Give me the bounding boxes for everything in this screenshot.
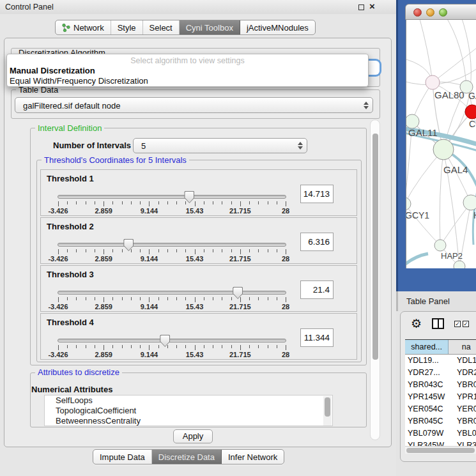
tick-mark bbox=[158, 249, 159, 252]
threshold-4-value-field[interactable]: 11.344 bbox=[300, 328, 334, 347]
network-node-node-b[interactable] bbox=[454, 261, 465, 268]
threshold-4-slider[interactable] bbox=[58, 339, 286, 342]
cell-shared-name[interactable]: YER054C bbox=[405, 403, 453, 415]
tab-infer-network[interactable]: Infer Network bbox=[222, 450, 284, 464]
tick-mark bbox=[158, 201, 159, 204]
table-hscrollbar[interactable] bbox=[405, 446, 476, 454]
attribute-list-item[interactable]: BetweennessCentrality bbox=[45, 416, 332, 426]
cell-name[interactable]: YBR0 bbox=[453, 379, 476, 391]
table-row[interactable]: YDL19...YDL1 bbox=[405, 355, 476, 367]
tab-impute-data[interactable]: Impute Data bbox=[93, 450, 152, 464]
tick-label: 15.43 bbox=[186, 351, 204, 358]
network-node-label-GAL11: GAL11 bbox=[408, 127, 438, 138]
tick-label: 15.43 bbox=[186, 207, 204, 215]
table-row[interactable]: YDR27...YDR2 bbox=[405, 367, 476, 379]
number-of-intervals-combobox[interactable]: 5 bbox=[133, 138, 307, 153]
cell-shared-name[interactable]: YBL079W bbox=[405, 427, 453, 440]
threshold-3-value-field[interactable]: 21.4 bbox=[300, 280, 334, 299]
network-edge-highlighted[interactable] bbox=[406, 254, 428, 266]
cell-name[interactable]: YPR1 bbox=[453, 391, 476, 403]
network-node-GAL4[interactable] bbox=[433, 139, 454, 160]
tab-cyni-toolbox[interactable]: Cyni Toolbox bbox=[180, 20, 240, 35]
tab-style[interactable]: Style bbox=[111, 20, 143, 35]
tick-mark bbox=[67, 297, 68, 300]
popup-option-manual-discretization[interactable]: Manual Discretization bbox=[10, 66, 95, 75]
main-scrollbar[interactable] bbox=[370, 119, 380, 440]
threshold-3-panel: Threshold 3 -3.4262.8599.14415.4321.7152… bbox=[40, 265, 357, 312]
columns-icon[interactable] bbox=[432, 318, 444, 329]
cell-name[interactable]: YBL0 bbox=[453, 427, 476, 440]
tick-mark bbox=[122, 249, 123, 252]
attribute-list-item[interactable]: TopologicalCoefficient bbox=[45, 406, 332, 416]
cell-shared-name[interactable]: YDR27... bbox=[405, 367, 453, 379]
table-data-combobox[interactable]: galFiltered.sif default node bbox=[15, 97, 373, 113]
gear-icon[interactable]: ⚙ bbox=[411, 318, 422, 330]
column-header-name[interactable]: na bbox=[449, 340, 476, 354]
cell-shared-name[interactable]: YBR043C bbox=[405, 379, 453, 391]
apply-button[interactable]: Apply bbox=[173, 429, 213, 443]
threshold-2-value-field[interactable]: 6.316 bbox=[300, 233, 334, 251]
tick-mark bbox=[222, 249, 222, 252]
network-node-red-node[interactable] bbox=[465, 105, 476, 119]
threshold-1-slider[interactable] bbox=[58, 195, 286, 199]
cell-shared-name[interactable]: YDL19... bbox=[405, 355, 453, 367]
tick-mark bbox=[167, 249, 168, 252]
numerical-attributes-label: Numerical Attributes bbox=[31, 385, 112, 394]
threshold-3-slider[interactable] bbox=[58, 291, 286, 295]
tab-select[interactable]: Select bbox=[143, 20, 180, 35]
threshold-1-value-field[interactable]: 14.713 bbox=[300, 185, 334, 203]
network-node-GCY1[interactable] bbox=[406, 197, 411, 210]
tick-mark bbox=[140, 201, 141, 204]
cell-shared-name[interactable]: YPR145W bbox=[405, 391, 453, 403]
main-scrollbar-thumb[interactable] bbox=[372, 134, 378, 360]
table-panel-titlebar[interactable]: Table Panel bbox=[396, 291, 476, 311]
network-node-label-GAL2: GA bbox=[468, 91, 476, 101]
cell-shared-name[interactable]: YBR045C bbox=[405, 415, 453, 427]
attributes-scrollbar-thumb[interactable] bbox=[325, 397, 330, 417]
tab-jactivemnodules[interactable]: jActiveMNodules bbox=[240, 20, 315, 35]
network-node-H-node[interactable] bbox=[463, 195, 476, 210]
tick-mark bbox=[158, 345, 159, 348]
numerical-attributes-list[interactable]: SelfLoopsTopologicalCoefficientBetweenne… bbox=[44, 395, 333, 426]
tick-mark bbox=[112, 201, 113, 204]
close-traffic-light[interactable] bbox=[413, 8, 422, 17]
cell-name[interactable]: YDR2 bbox=[453, 367, 476, 379]
minimize-traffic-light[interactable] bbox=[426, 8, 434, 17]
threshold-2-slider[interactable] bbox=[58, 243, 286, 247]
cell-name[interactable]: YBR0 bbox=[453, 415, 476, 427]
network-canvas[interactable]: GAL80GACGAL11GAL4GCY1HHAP2 bbox=[406, 20, 476, 268]
cell-name[interactable]: YDL1 bbox=[453, 355, 476, 367]
close-icon[interactable]: × bbox=[369, 1, 375, 12]
tab-network[interactable]: Network bbox=[56, 20, 111, 35]
network-window-titlebar[interactable] bbox=[405, 4, 476, 20]
network-node-GAL11[interactable] bbox=[406, 114, 419, 128]
table-hscrollbar-thumb[interactable] bbox=[406, 448, 475, 453]
interval-definition-label: Interval Definition bbox=[35, 124, 104, 133]
attributes-scrollbar[interactable] bbox=[323, 396, 332, 426]
float-icon[interactable] bbox=[358, 4, 364, 10]
tick-mark bbox=[268, 345, 268, 348]
cyni-mode-tabs: Impute Data Discretize Data Infer Networ… bbox=[93, 449, 284, 464]
tick-mark bbox=[86, 201, 86, 204]
table-row[interactable]: YER054CYER0 bbox=[405, 403, 476, 415]
table-row[interactable]: YBR043CYBR0 bbox=[405, 379, 476, 391]
cell-name[interactable]: YER0 bbox=[453, 403, 476, 415]
network-node-GAL80[interactable] bbox=[426, 75, 440, 89]
checkbox-icon[interactable]: ✓ bbox=[454, 321, 461, 327]
checkbox-icon[interactable]: ✓ bbox=[463, 321, 469, 327]
table-row[interactable]: YBR045CYBR0 bbox=[405, 415, 476, 427]
table-row[interactable]: YPR145WYPR1 bbox=[405, 391, 476, 403]
tick-mark bbox=[131, 345, 132, 348]
tick-mark bbox=[204, 297, 204, 300]
network-edge[interactable] bbox=[419, 20, 433, 82]
popup-option-equal-width[interactable]: Equal Width/Frequency Discretization bbox=[10, 76, 148, 86]
table-row[interactable]: YBL079WYBL0 bbox=[405, 427, 476, 440]
column-header-shared-name[interactable]: shared... bbox=[405, 340, 449, 354]
tick-mark bbox=[222, 297, 222, 300]
tick-mark bbox=[249, 297, 250, 300]
zoom-traffic-light[interactable] bbox=[439, 8, 447, 17]
tick-mark bbox=[67, 249, 68, 252]
tab-discretize-data[interactable]: Discretize Data bbox=[152, 450, 222, 464]
network-node-HAP2[interactable] bbox=[434, 240, 446, 251]
attribute-list-item[interactable]: SelfLoops bbox=[45, 395, 332, 406]
